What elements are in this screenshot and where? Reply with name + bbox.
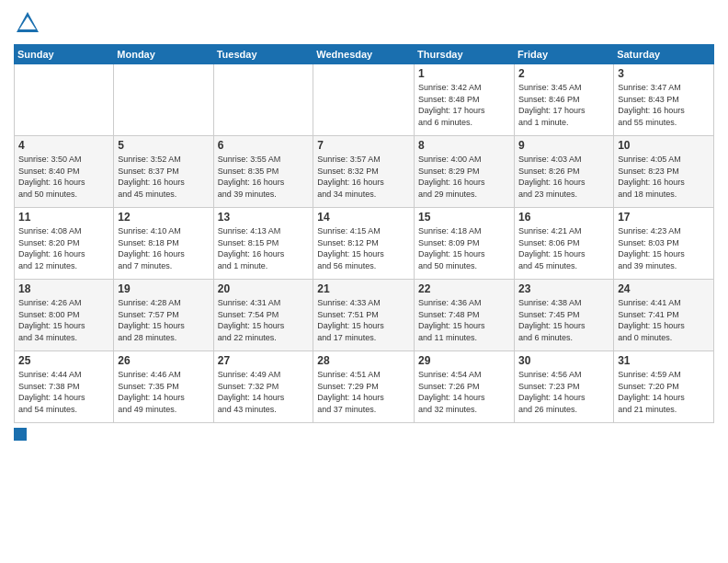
day-info: Sunrise: 4:05 AM Sunset: 8:23 PM Dayligh…	[618, 154, 710, 200]
calendar-cell: 6Sunrise: 3:55 AM Sunset: 8:35 PM Daylig…	[213, 136, 313, 208]
day-info: Sunrise: 4:00 AM Sunset: 8:29 PM Dayligh…	[418, 154, 510, 200]
calendar-cell: 26Sunrise: 4:46 AM Sunset: 7:35 PM Dayli…	[114, 351, 213, 423]
calendar-week-row: 18Sunrise: 4:26 AM Sunset: 8:00 PM Dayli…	[15, 280, 714, 351]
day-info: Sunrise: 4:54 AM Sunset: 7:26 PM Dayligh…	[418, 369, 510, 415]
calendar-week-row: 1Sunrise: 3:42 AM Sunset: 8:48 PM Daylig…	[15, 64, 714, 136]
day-info: Sunrise: 4:56 AM Sunset: 7:23 PM Dayligh…	[518, 369, 609, 415]
day-number: 14	[317, 211, 410, 224]
day-info: Sunrise: 4:59 AM Sunset: 7:20 PM Dayligh…	[618, 369, 710, 415]
header	[14, 9, 714, 37]
calendar-cell: 31Sunrise: 4:59 AM Sunset: 7:20 PM Dayli…	[614, 351, 714, 423]
calendar-cell: 19Sunrise: 4:28 AM Sunset: 7:57 PM Dayli…	[114, 280, 213, 351]
day-info: Sunrise: 4:44 AM Sunset: 7:38 PM Dayligh…	[18, 369, 109, 415]
day-number: 16	[518, 211, 609, 224]
calendar-week-row: 25Sunrise: 4:44 AM Sunset: 7:38 PM Dayli…	[15, 351, 714, 423]
calendar-cell: 2Sunrise: 3:45 AM Sunset: 8:46 PM Daylig…	[515, 64, 614, 136]
calendar-cell: 15Sunrise: 4:18 AM Sunset: 8:09 PM Dayli…	[415, 208, 515, 280]
day-info: Sunrise: 3:45 AM Sunset: 8:46 PM Dayligh…	[518, 82, 609, 128]
calendar-cell: 3Sunrise: 3:47 AM Sunset: 8:43 PM Daylig…	[614, 64, 714, 136]
calendar-week-row: 11Sunrise: 4:08 AM Sunset: 8:20 PM Dayli…	[15, 208, 714, 280]
day-info: Sunrise: 4:21 AM Sunset: 8:06 PM Dayligh…	[518, 225, 609, 271]
day-info: Sunrise: 4:46 AM Sunset: 7:35 PM Dayligh…	[118, 369, 209, 415]
legend-box	[14, 428, 27, 441]
day-number: 1	[418, 67, 510, 80]
day-of-week-header: Friday	[515, 45, 614, 64]
day-info: Sunrise: 4:51 AM Sunset: 7:29 PM Dayligh…	[317, 369, 410, 415]
day-number: 29	[418, 354, 510, 367]
calendar-cell: 24Sunrise: 4:41 AM Sunset: 7:41 PM Dayli…	[614, 280, 714, 351]
day-info: Sunrise: 4:26 AM Sunset: 8:00 PM Dayligh…	[18, 297, 109, 343]
day-number: 9	[518, 139, 609, 152]
day-info: Sunrise: 4:23 AM Sunset: 8:03 PM Dayligh…	[618, 225, 710, 271]
calendar-cell: 22Sunrise: 4:36 AM Sunset: 7:48 PM Dayli…	[415, 280, 515, 351]
day-info: Sunrise: 4:15 AM Sunset: 8:12 PM Dayligh…	[317, 225, 410, 271]
calendar-table: SundayMondayTuesdayWednesdayThursdayFrid…	[14, 44, 714, 423]
day-info: Sunrise: 3:42 AM Sunset: 8:48 PM Dayligh…	[418, 82, 510, 128]
day-number: 12	[118, 211, 209, 224]
calendar-cell: 8Sunrise: 4:00 AM Sunset: 8:29 PM Daylig…	[415, 136, 515, 208]
day-info: Sunrise: 4:31 AM Sunset: 7:54 PM Dayligh…	[218, 297, 310, 343]
day-number: 2	[518, 67, 609, 80]
calendar-cell: 12Sunrise: 4:10 AM Sunset: 8:18 PM Dayli…	[114, 208, 213, 280]
day-number: 24	[618, 282, 710, 295]
calendar-cell: 21Sunrise: 4:33 AM Sunset: 7:51 PM Dayli…	[313, 280, 415, 351]
day-number: 7	[317, 139, 410, 152]
legend	[14, 428, 714, 441]
day-number: 27	[218, 354, 310, 367]
day-info: Sunrise: 3:55 AM Sunset: 8:35 PM Dayligh…	[218, 154, 310, 200]
calendar-cell: 13Sunrise: 4:13 AM Sunset: 8:15 PM Dayli…	[213, 208, 313, 280]
day-info: Sunrise: 3:47 AM Sunset: 8:43 PM Dayligh…	[618, 82, 710, 128]
day-number: 10	[618, 139, 710, 152]
calendar-cell: 4Sunrise: 3:50 AM Sunset: 8:40 PM Daylig…	[15, 136, 114, 208]
calendar-cell: 27Sunrise: 4:49 AM Sunset: 7:32 PM Dayli…	[213, 351, 313, 423]
calendar-cell	[313, 64, 415, 136]
calendar-cell: 16Sunrise: 4:21 AM Sunset: 8:06 PM Dayli…	[515, 208, 614, 280]
day-info: Sunrise: 4:28 AM Sunset: 7:57 PM Dayligh…	[118, 297, 209, 343]
calendar-cell: 23Sunrise: 4:38 AM Sunset: 7:45 PM Dayli…	[515, 280, 614, 351]
day-info: Sunrise: 4:49 AM Sunset: 7:32 PM Dayligh…	[218, 369, 310, 415]
calendar-cell	[15, 64, 114, 136]
day-info: Sunrise: 3:57 AM Sunset: 8:32 PM Dayligh…	[317, 154, 410, 200]
calendar-cell: 18Sunrise: 4:26 AM Sunset: 8:00 PM Dayli…	[15, 280, 114, 351]
calendar-cell: 17Sunrise: 4:23 AM Sunset: 8:03 PM Dayli…	[614, 208, 714, 280]
day-info: Sunrise: 3:52 AM Sunset: 8:37 PM Dayligh…	[118, 154, 209, 200]
day-number: 5	[118, 139, 209, 152]
day-number: 30	[518, 354, 609, 367]
day-number: 3	[618, 67, 710, 80]
day-info: Sunrise: 4:13 AM Sunset: 8:15 PM Dayligh…	[218, 225, 310, 271]
day-info: Sunrise: 4:38 AM Sunset: 7:45 PM Dayligh…	[518, 297, 609, 343]
day-info: Sunrise: 3:50 AM Sunset: 8:40 PM Dayligh…	[18, 154, 109, 200]
day-number: 22	[418, 282, 510, 295]
logo-icon	[14, 9, 41, 37]
calendar-cell	[114, 64, 213, 136]
calendar-cell: 10Sunrise: 4:05 AM Sunset: 8:23 PM Dayli…	[614, 136, 714, 208]
day-number: 31	[618, 354, 710, 367]
day-of-week-header: Wednesday	[313, 45, 415, 64]
day-number: 6	[218, 139, 310, 152]
calendar-cell: 14Sunrise: 4:15 AM Sunset: 8:12 PM Dayli…	[313, 208, 415, 280]
day-info: Sunrise: 4:03 AM Sunset: 8:26 PM Dayligh…	[518, 154, 609, 200]
calendar-cell: 20Sunrise: 4:31 AM Sunset: 7:54 PM Dayli…	[213, 280, 313, 351]
calendar-week-row: 4Sunrise: 3:50 AM Sunset: 8:40 PM Daylig…	[15, 136, 714, 208]
day-info: Sunrise: 4:36 AM Sunset: 7:48 PM Dayligh…	[418, 297, 510, 343]
day-number: 17	[618, 211, 710, 224]
calendar-cell: 1Sunrise: 3:42 AM Sunset: 8:48 PM Daylig…	[415, 64, 515, 136]
day-number: 25	[18, 354, 109, 367]
day-of-week-header: Tuesday	[213, 45, 313, 64]
day-number: 20	[218, 282, 310, 295]
calendar-cell: 5Sunrise: 3:52 AM Sunset: 8:37 PM Daylig…	[114, 136, 213, 208]
calendar-cell: 11Sunrise: 4:08 AM Sunset: 8:20 PM Dayli…	[15, 208, 114, 280]
day-info: Sunrise: 4:41 AM Sunset: 7:41 PM Dayligh…	[618, 297, 710, 343]
day-number: 21	[317, 282, 410, 295]
day-number: 13	[218, 211, 310, 224]
day-of-week-header: Monday	[114, 45, 213, 64]
day-number: 8	[418, 139, 510, 152]
page: SundayMondayTuesdayWednesdayThursdayFrid…	[0, 0, 728, 563]
calendar-cell: 30Sunrise: 4:56 AM Sunset: 7:23 PM Dayli…	[515, 351, 614, 423]
day-of-week-header: Saturday	[614, 45, 714, 64]
logo	[14, 9, 45, 37]
calendar-cell: 29Sunrise: 4:54 AM Sunset: 7:26 PM Dayli…	[415, 351, 515, 423]
day-of-week-header: Sunday	[15, 45, 114, 64]
day-number: 18	[18, 282, 109, 295]
calendar-header-row: SundayMondayTuesdayWednesdayThursdayFrid…	[15, 45, 714, 64]
